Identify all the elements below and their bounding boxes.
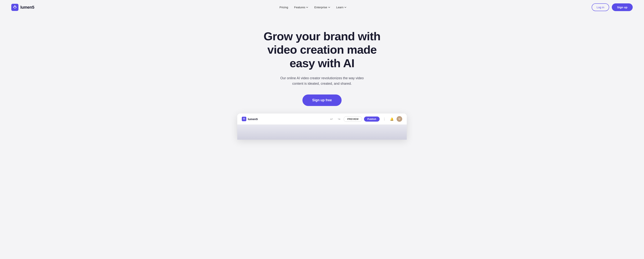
nav-item-pricing[interactable]: Pricing — [280, 6, 288, 9]
logo-icon — [11, 4, 18, 11]
hero-title: Grow your brand with video creation made… — [256, 30, 388, 70]
app-preview-logo-text: lumen5 — [248, 118, 258, 121]
nav-actions: Log in Sign up — [592, 4, 633, 11]
more-options-button[interactable]: ⋮ — [382, 116, 387, 122]
app-preview-logo-icon — [242, 117, 246, 121]
app-preview-logo: lumen5 — [242, 117, 258, 121]
logo[interactable]: lumen5 — [11, 4, 34, 11]
preview-button[interactable]: PREVIEW — [344, 116, 362, 122]
bell-icon: 🔔 — [390, 117, 394, 121]
app-preview-actions: ↩ ↪ PREVIEW Publish ⋮ 🔔 U — [328, 116, 402, 122]
learn-chevron-icon — [344, 6, 346, 8]
navbar: lumen5 Pricing Features Enterprise Learn… — [0, 0, 644, 14]
hero-subtitle: Our online AI video creator revolutioniz… — [277, 76, 367, 86]
nav-item-enterprise[interactable]: Enterprise — [314, 6, 330, 9]
signup-button[interactable]: Sign up — [612, 4, 633, 11]
app-preview-body — [237, 124, 407, 140]
undo-button[interactable]: ↩ — [328, 116, 334, 122]
hero-cta-button[interactable]: Sign up free — [302, 94, 342, 106]
publish-button[interactable]: Publish — [364, 116, 380, 122]
nav-item-features[interactable]: Features — [294, 6, 308, 9]
notifications-button[interactable]: 🔔 — [389, 116, 395, 122]
app-preview-bar: lumen5 ↩ ↪ PREVIEW Publish ⋮ 🔔 U — [237, 114, 407, 124]
app-preview: lumen5 ↩ ↪ PREVIEW Publish ⋮ 🔔 U — [237, 114, 407, 140]
nav-links: Pricing Features Enterprise Learn — [280, 6, 346, 9]
enterprise-chevron-icon — [328, 6, 330, 8]
more-icon: ⋮ — [383, 117, 386, 121]
features-chevron-icon — [306, 6, 308, 8]
redo-icon: ↪ — [338, 117, 340, 121]
login-button[interactable]: Log in — [592, 4, 609, 11]
undo-icon: ↩ — [330, 117, 333, 121]
logo-text: lumen5 — [20, 5, 34, 10]
nav-item-learn[interactable]: Learn — [336, 6, 346, 9]
hero-section: Grow your brand with video creation made… — [0, 14, 644, 151]
avatar[interactable]: U — [396, 116, 402, 122]
redo-button[interactable]: ↪ — [336, 116, 342, 122]
